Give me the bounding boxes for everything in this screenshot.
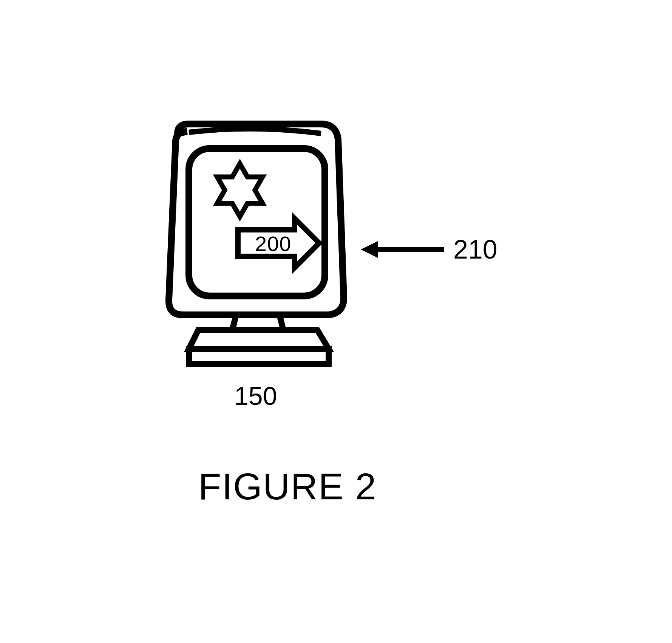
monitor-base-bottom [189, 349, 329, 364]
monitor-screen [189, 149, 325, 296]
svg-marker-2 [361, 241, 378, 258]
monitor-number-label: 150 [234, 381, 277, 411]
arrow-value-label: 200 [255, 231, 291, 256]
diagram-canvas: 200 210 150 FIGURE 2 [0, 0, 672, 643]
figure-caption: FIGURE 2 [198, 465, 377, 508]
pointer-label: 210 [453, 234, 497, 265]
